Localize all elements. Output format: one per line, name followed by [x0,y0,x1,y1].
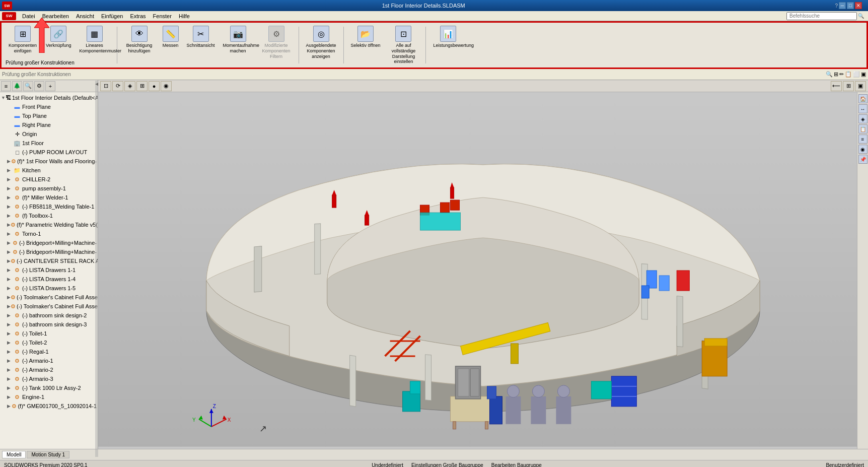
view-icon-6[interactable]: ▣ [861,71,866,78]
tree-item-armario2[interactable]: ▶ ⚙ (-) Armario-2 [0,365,98,374]
menu-bearbeiten[interactable]: Bearbeiten [39,12,72,20]
tree-item-toolmaker2[interactable]: ▶ ⚙ (-) Toolmaker's Cabinet Full Asse [0,302,98,311]
sidebar-btn-config[interactable]: ⚙ [34,81,44,91]
menu-fenster[interactable]: Fenster [150,12,175,20]
svg-rect-10 [425,355,431,401]
svg-rect-23 [641,286,649,298]
right-icon-menu[interactable]: ≡ [858,135,867,144]
tree-item-armario1[interactable]: ▶ ⚙ (-) Armario-1 [0,356,98,365]
menu-ansicht[interactable]: Ansicht [73,12,97,20]
tree-item-1st-floor[interactable]: 🏢 1st Floor [0,139,98,148]
ribbon-btn-modifizierte[interactable]: ⚙ Modifizierte Komponenten Filtern [259,25,294,60]
tree-item-bathroom3[interactable]: ▶ ⚙ (-) bathroom sink design-3 [0,320,98,329]
tree-item-cantilever[interactable]: ▶ ⚙ (-) CANTILEVER STEEL RACK ASS [0,256,98,265]
tree-item-front-plane[interactable]: ▬ Front Plane [0,102,98,111]
view-icon-3[interactable]: ✏ [839,71,844,78]
right-icon-circle[interactable]: ◉ [858,145,867,154]
menu-einfuegen[interactable]: Einfügen [98,12,126,20]
vp-btn-maximize[interactable]: ⊞ [843,81,854,91]
ribbon-btn-komponenten[interactable]: ⊞ Komponenten einfügen [6,25,40,55]
tree-item-tank[interactable]: ▶ ⚙ (-) Tank 1000 Ltr Assy-2 [0,383,98,392]
ribbon-btn-momentaufnahme[interactable]: 📷 Momentaufnahme machen [221,25,255,55]
tree-item-toolbox[interactable]: ▶ ⚙ (f) Toolbox-1 [0,211,98,220]
tree-item-right-plane[interactable]: ▬ Right Plane [0,120,98,129]
ribbon-btn-lineares[interactable]: ▦ Lineares Komponentenmuster [78,25,112,55]
tree-item-toilet2[interactable]: ▶ ⚙ (-) Toilet-2 [0,338,98,347]
ribbon-btn-besichtigung[interactable]: 👁 Besichtigung hinzufügen [122,25,157,55]
svg-rect-48 [403,391,420,412]
tab-motion-study[interactable]: Motion Study 1 [27,451,69,458]
ribbon-btn-schnitt[interactable]: ✂ Schnittansicht [185,25,217,49]
vp-btn-left-right[interactable]: ⟵ [831,81,842,91]
svg-point-40 [532,385,544,397]
vp-btn-section[interactable]: ⊞ [136,81,148,91]
view-icon-2[interactable]: ⊞ [834,71,838,78]
window-title: 1st Floor Interior Details.SLDASM [12,3,835,9]
tree-item-toolmaker1[interactable]: ▶ ⚙ (-) Toolmaker's Cabinet Full Asse [0,293,98,302]
ribbon-btn-alle[interactable]: ⊡ Alle auf vollständige Darstellung eins… [386,25,420,65]
vp-btn-split[interactable]: ▣ [855,81,866,91]
3d-viewport[interactable]: ⊡ ⟳ ◈ ⊞ ● ◉ ⟵ ⊞ ▣ [98,80,868,449]
tab-modell[interactable]: Modell [2,451,26,458]
menu-hilfe[interactable]: Hilfe [176,12,193,20]
tree-item-armario3[interactable]: ▶ ⚙ (-) Armario-3 [0,374,98,383]
sidebar-btn-search[interactable]: 🔍 [23,81,33,91]
vp-btn-rotate[interactable]: ⟳ [112,81,123,91]
tree-item-miller[interactable]: ▶ ⚙ (f)* Miller Welder-1 [0,193,98,202]
mode-tab-label[interactable]: Prüfung großer Konstruktionen [2,72,71,77]
right-icon-view[interactable]: ◈ [858,114,867,123]
vp-btn-appearance[interactable]: ◉ [161,81,172,91]
ribbon-btn-verknuepfung[interactable]: 🔗 Verknüpfung [44,25,74,49]
sidebar-btn-plus[interactable]: + [45,81,55,91]
view-icon-5[interactable]: ⬜ [853,71,860,78]
tree-item-param-welding[interactable]: ▶ ⚙ (f)* Parametric Welding Table v5( [0,220,98,229]
menubar: SW Datei Bearbeiten Ansicht Einfügen Ext… [0,11,868,21]
view-icon-1[interactable]: 🔍 [826,71,833,78]
tree-item-regal[interactable]: ▶ ⚙ (-) Regal-1 [0,347,98,356]
search-input[interactable] [786,12,857,20]
search-icon[interactable]: 🔍 [858,13,864,19]
tree-item-pump-room[interactable]: ◻ (-) PUMP ROOM LAYOUT [0,148,98,157]
tree-item-bridgeport1[interactable]: ▶ ⚙ (-) Bridgeport+Milling+Machine- [0,238,98,247]
minimize-button[interactable]: ─ [839,2,846,9]
tree-item-kitchen[interactable]: ▶ 📁 Kitchen [0,166,98,175]
right-icon-display[interactable]: 📋 [858,124,867,134]
tree-item-gme[interactable]: ▶ ⚙ (f)* GME001700_5_10092014-1 [0,402,98,411]
view-icon-4[interactable]: 📋 [845,71,852,78]
tree-item-chiller[interactable]: ▶ ⚙ CHILLER-2 [0,175,98,184]
sidebar-btn-tree[interactable]: 🌲 [12,81,22,91]
vp-btn-display[interactable]: ● [149,81,160,91]
tree-item-1st-floor-walls[interactable]: ▶ ⚙ (f)* 1st Floor Walls and Flooring- [0,157,98,166]
ribbon-btn-ausgeblendete[interactable]: ◎ Ausgeblendete Komponenten anzeigen [304,25,338,60]
close-button[interactable]: ✕ [855,2,862,9]
right-icon-home[interactable]: 🏠 [858,94,867,103]
tree-item-bridgeport2[interactable]: ▶ ⚙ (-) Bridgeport+Milling+Machine- [0,247,98,256]
sidebar-btn-filter[interactable]: ≡ [1,81,11,91]
besichtigung-icon: 👁 [131,26,148,42]
3d-scene[interactable]: X Y Z ↗ 🏠 ↔ ◈ 📋 ≡ ◉ 📌 [98,92,868,449]
tree-item-toilet1[interactable]: ▶ ⚙ (-) Toilet-1 [0,329,98,338]
tree-item-pump-assembly[interactable]: ▶ ⚙ pump assembly-1 [0,184,98,193]
ribbon-btn-messen[interactable]: 📏 Messen [161,25,181,49]
tree-item-fb58118[interactable]: ▶ ⚙ (-) FB58118_Welding Table-1 [0,202,98,211]
ribbon-separator-3 [343,27,344,63]
right-icon-fit[interactable]: ↔ [858,104,867,113]
vp-btn-view[interactable]: ◈ [124,81,135,91]
maximize-button[interactable]: □ [847,2,854,9]
tree-item-lista5[interactable]: ▶ ⚙ (-) LISTA Drawers 1-5 [0,284,98,293]
ribbon-btn-selektiv[interactable]: 📂 Selektiv öffnen [349,25,383,49]
tree-item-origin[interactable]: ✛ Origin [0,129,98,139]
menu-extras[interactable]: Extras [127,12,149,20]
tree-item-lista1[interactable]: ▶ ⚙ (-) LISTA Drawers 1-1 [0,265,98,275]
tree-item-bathroom2[interactable]: ▶ ⚙ (-) bathroom sink design-2 [0,311,98,320]
vp-btn-zoom-fit[interactable]: ⊡ [100,81,111,91]
svg-text:↗: ↗ [259,424,267,434]
ribbon-btn-leistung[interactable]: 📊 Leistungsbewertung [431,25,465,49]
tree-item-lista4[interactable]: ▶ ⚙ (-) LISTA Drawers 1-4 [0,275,98,284]
tree-item-engine[interactable]: ▶ ⚙ Engine-1 [0,392,98,402]
tree-root[interactable]: ▼ 🏗 1st Floor Interior Details (Default<… [0,93,98,102]
right-icon-pin[interactable]: 📌 [858,155,867,164]
tree-item-top-plane[interactable]: ▬ Top Plane [0,111,98,120]
menu-datei[interactable]: Datei [19,12,38,20]
tree-item-torno[interactable]: ▶ ⚙ Torno-1 [0,229,98,238]
